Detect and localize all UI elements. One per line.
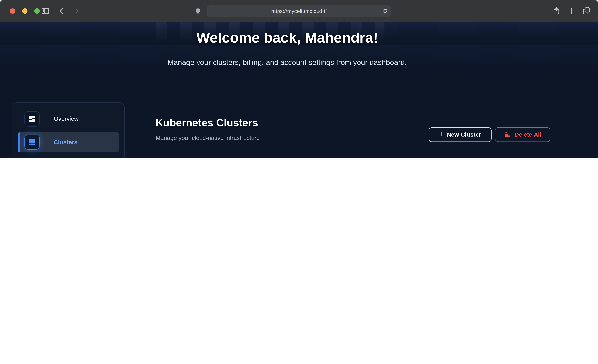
address-bar[interactable]: https://myceliumcloud.tf: [207, 5, 391, 17]
browser-toolbar: https://myceliumcloud.tf: [0, 0, 598, 22]
hero-subtitle: Manage your clusters, billing, and accou…: [0, 58, 586, 67]
sidebar-item-overview[interactable]: Overview: [18, 109, 119, 129]
new-cluster-button[interactable]: + New Cluster: [429, 127, 492, 142]
share-icon[interactable]: [552, 6, 561, 16]
clusters-icon: [25, 134, 40, 150]
sidebar-nav: Overview Clusters: [13, 102, 125, 158]
page-title: Kubernetes Clusters: [156, 117, 258, 129]
screen: https://myceliumcloud.tf: [0, 0, 598, 158]
minimize-window-button[interactable]: [22, 8, 27, 14]
close-window-button[interactable]: [10, 8, 15, 14]
reload-icon[interactable]: [382, 8, 388, 14]
shield-icon[interactable]: [195, 7, 201, 16]
nodes-icon: [25, 158, 40, 158]
sidebar-item-my-nodes[interactable]: My Nodes: [18, 156, 119, 158]
sidebar-item-clusters[interactable]: Clusters: [18, 132, 119, 152]
tabs-icon[interactable]: [582, 7, 591, 15]
delete-all-button[interactable]: Delete All: [495, 127, 550, 142]
forward-icon[interactable]: [73, 7, 81, 15]
dashboard-page: Welcome back, Mahendra! Manage your clus…: [0, 22, 598, 158]
sidebar-toggle-icon[interactable]: [41, 7, 50, 15]
sidebar-item-label: Overview: [54, 116, 78, 122]
plus-icon: +: [439, 130, 443, 139]
browser-window: https://myceliumcloud.tf: [0, 0, 598, 158]
new-tab-icon[interactable]: [568, 7, 575, 15]
page-subtitle: Manage your cloud-native infrastructure: [156, 134, 260, 141]
maximize-window-button[interactable]: [34, 8, 40, 14]
delete-all-label: Delete All: [515, 131, 541, 138]
back-icon[interactable]: [58, 7, 66, 15]
new-cluster-label: New Cluster: [447, 131, 481, 138]
sidebar-item-label: Clusters: [54, 139, 77, 146]
welcome-heading: Welcome back, Mahendra!: [0, 33, 586, 47]
dashboard-icon: [25, 111, 40, 127]
url-text: https://myceliumcloud.tf: [271, 8, 327, 14]
delete-sweep-icon: [504, 131, 511, 138]
